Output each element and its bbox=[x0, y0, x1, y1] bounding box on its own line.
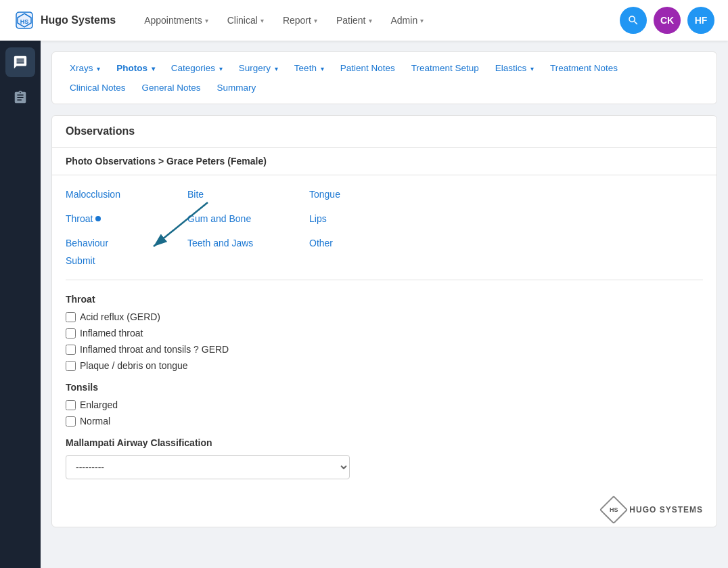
normal-label[interactable]: Normal bbox=[80, 416, 110, 427]
obs-link-other[interactable]: Other bbox=[309, 238, 431, 248]
chevron-down-icon: ▾ bbox=[369, 17, 372, 24]
acid-reflux-label[interactable]: Acid reflux (GERD) bbox=[80, 311, 160, 322]
card-subheader: Photo Observations > Grace Peters (Femal… bbox=[52, 148, 716, 175]
tab-categories[interactable]: Categories ▾ bbox=[164, 60, 229, 76]
svg-text:HS: HS bbox=[20, 18, 29, 25]
inflamed-tonsils-label[interactable]: Inflamed throat and tonsils ? GERD bbox=[80, 344, 229, 355]
enlarged-label[interactable]: Enlarged bbox=[80, 399, 118, 410]
obs-nav-grid: Malocclusion Bite Tongue Throat Gum and bbox=[66, 189, 703, 248]
form-section: Throat Acid reflux (GERD) Inflamed throa… bbox=[52, 280, 716, 493]
secondary-nav-row1: Xrays ▾ Photos ▾ Categories ▾ Surgery ▾ … bbox=[63, 60, 706, 76]
chevron-down-icon: ▾ bbox=[275, 65, 278, 72]
normal-checkbox[interactable] bbox=[66, 416, 76, 427]
user-hf-button[interactable]: HF bbox=[687, 7, 714, 34]
tab-summary[interactable]: Summary bbox=[210, 80, 263, 95]
layout: Xrays ▾ Photos ▾ Categories ▾ Surgery ▾ … bbox=[0, 41, 728, 568]
tonsils-section: Tonsils Enlarged Normal bbox=[66, 382, 703, 427]
mallampati-section: Mallampati Airway Classification -------… bbox=[66, 437, 703, 479]
search-button[interactable] bbox=[620, 7, 647, 34]
nav-report[interactable]: Report ▾ bbox=[275, 9, 325, 31]
checkbox-plaque: Plaque / debris on tongue bbox=[66, 360, 703, 371]
nav-appointments[interactable]: Appointments ▾ bbox=[136, 9, 217, 31]
tab-elastics[interactable]: Elastics ▾ bbox=[488, 60, 541, 76]
submit-container: Submit bbox=[66, 255, 703, 266]
sidebar-item-clipboard[interactable] bbox=[5, 83, 35, 112]
inflamed-tonsils-checkbox[interactable] bbox=[66, 345, 76, 355]
tab-clinical-notes[interactable]: Clinical Notes bbox=[63, 80, 133, 95]
checkbox-inflamed-throat: Inflamed throat bbox=[66, 328, 703, 338]
main-content: Xrays ▾ Photos ▾ Categories ▾ Surgery ▾ … bbox=[41, 41, 728, 568]
footer-brand-text: HUGO SYSTEMS bbox=[629, 505, 703, 515]
chevron-down-icon: ▾ bbox=[260, 17, 264, 24]
inflamed-throat-checkbox[interactable] bbox=[66, 328, 76, 338]
nav-patient[interactable]: Patient ▾ bbox=[328, 9, 380, 31]
obs-link-tongue[interactable]: Tongue bbox=[309, 189, 431, 200]
secondary-nav-row2: Clinical Notes General Notes Summary bbox=[63, 80, 706, 95]
plaque-checkbox[interactable] bbox=[66, 361, 76, 371]
chevron-down-icon: ▾ bbox=[152, 65, 155, 72]
throat-section: Throat Acid reflux (GERD) Inflamed throa… bbox=[66, 294, 703, 371]
checkbox-enlarged: Enlarged bbox=[66, 399, 703, 410]
tab-patient-notes[interactable]: Patient Notes bbox=[334, 60, 402, 76]
chevron-down-icon: ▾ bbox=[321, 65, 324, 72]
chevron-down-icon: ▾ bbox=[420, 17, 424, 24]
tab-general-notes[interactable]: General Notes bbox=[135, 80, 208, 95]
user-ck-button[interactable]: CK bbox=[654, 7, 681, 34]
card-header: Observations bbox=[52, 116, 716, 148]
plaque-label[interactable]: Plaque / debris on tongue bbox=[80, 360, 188, 371]
brand: HS Hugo Systems bbox=[14, 9, 116, 31]
chevron-down-icon: ▾ bbox=[205, 17, 208, 24]
throat-title: Throat bbox=[66, 294, 703, 305]
enlarged-checkbox[interactable] bbox=[66, 400, 76, 410]
chevron-down-icon: ▾ bbox=[530, 65, 534, 72]
page-footer: HS HUGO SYSTEMS bbox=[52, 493, 716, 527]
search-icon bbox=[627, 14, 639, 26]
tab-teeth[interactable]: Teeth ▾ bbox=[288, 60, 331, 76]
tab-treatment-setup[interactable]: Treatment Setup bbox=[405, 60, 486, 76]
navbar: HS Hugo Systems Appointments ▾ Clinical … bbox=[0, 0, 728, 41]
mallampati-label: Mallampati Airway Classification bbox=[66, 437, 703, 448]
observations-nav: Malocclusion Bite Tongue Throat Gum and bbox=[52, 175, 716, 280]
observations-card: Observations Photo Observations > Grace … bbox=[51, 115, 717, 527]
throat-indicator-dot bbox=[95, 216, 101, 221]
chevron-down-icon: ▾ bbox=[219, 65, 223, 72]
checkbox-acid-reflux: Acid reflux (GERD) bbox=[66, 311, 703, 322]
secondary-nav: Xrays ▾ Photos ▾ Categories ▾ Surgery ▾ … bbox=[51, 51, 717, 104]
obs-submit-link[interactable]: Submit bbox=[66, 255, 703, 266]
tab-treatment-notes[interactable]: Treatment Notes bbox=[543, 60, 624, 76]
footer-logo-text: HS bbox=[610, 506, 618, 513]
sidebar-item-chat[interactable] bbox=[5, 47, 35, 77]
acid-reflux-checkbox[interactable] bbox=[66, 312, 76, 322]
obs-link-throat[interactable]: Throat bbox=[66, 213, 187, 224]
navbar-actions: CK HF bbox=[620, 7, 714, 34]
nav-admin[interactable]: Admin ▾ bbox=[383, 9, 432, 31]
main-nav: Appointments ▾ Clinical ▾ Report ▾ Patie… bbox=[136, 9, 620, 31]
tab-photos[interactable]: Photos ▾ bbox=[110, 60, 162, 76]
mallampati-select[interactable]: --------- bbox=[66, 455, 350, 479]
obs-link-behaviour[interactable]: Behaviour bbox=[66, 238, 187, 248]
brand-logo-icon: HS bbox=[14, 9, 35, 31]
obs-link-lips[interactable]: Lips bbox=[309, 213, 431, 224]
sidebar bbox=[0, 41, 41, 568]
nav-clinical[interactable]: Clinical ▾ bbox=[219, 9, 272, 31]
tab-xrays[interactable]: Xrays ▾ bbox=[63, 60, 107, 76]
tab-surgery[interactable]: Surgery ▾ bbox=[232, 60, 285, 76]
obs-link-malocclusion[interactable]: Malocclusion bbox=[66, 189, 187, 200]
chevron-down-icon: ▾ bbox=[314, 17, 317, 24]
inflamed-throat-label[interactable]: Inflamed throat bbox=[80, 328, 143, 338]
checkbox-normal: Normal bbox=[66, 416, 703, 427]
checkbox-inflamed-tonsils: Inflamed throat and tonsils ? GERD bbox=[66, 344, 703, 355]
chevron-down-icon: ▾ bbox=[97, 65, 100, 72]
obs-link-teeth-jaws[interactable]: Teeth and Jaws bbox=[187, 238, 309, 248]
footer-logo-icon: HS bbox=[599, 496, 628, 524]
tonsils-title: Tonsils bbox=[66, 382, 703, 393]
obs-link-gum-bone[interactable]: Gum and Bone bbox=[187, 213, 309, 224]
brand-name: Hugo Systems bbox=[41, 14, 116, 26]
obs-link-bite[interactable]: Bite bbox=[187, 189, 309, 200]
